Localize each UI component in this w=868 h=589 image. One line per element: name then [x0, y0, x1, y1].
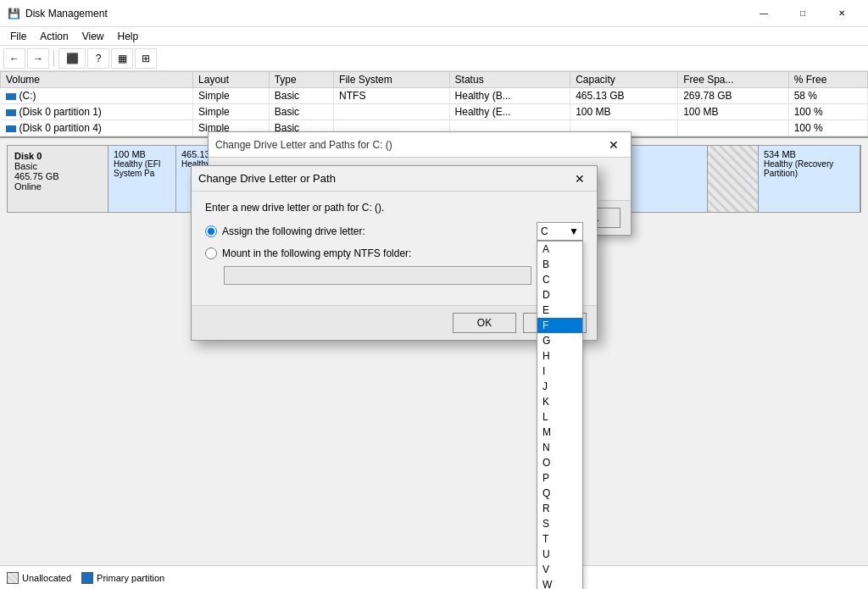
drive-option-l[interactable]: L [537, 409, 582, 425]
cell-volume: (Disk 0 partition 4) [1, 120, 193, 136]
drive-option-o[interactable]: O [537, 455, 582, 470]
help-button[interactable]: ? [87, 48, 109, 69]
minimize-button[interactable]: — [744, 0, 783, 27]
col-pctfree: % Free [788, 72, 867, 88]
radio-group: Assign the following drive letter: C ▼ A… [205, 222, 583, 286]
drive-letter-select-wrapper: C ▼ A B C D E F G H I J K [537, 222, 583, 241]
inner-dialog-description: Enter a new drive letter or path for C: … [205, 202, 583, 214]
drive-option-c[interactable]: C [537, 272, 582, 287]
col-filesystem: File System [334, 72, 450, 88]
drive-dropdown[interactable]: A B C D E F G H I J K L M N O [537, 241, 583, 589]
close-button[interactable]: ✕ [822, 0, 861, 27]
toolbar-btn-3[interactable]: ▦ [111, 48, 133, 69]
folder-path-input[interactable] [224, 266, 531, 285]
partition-unallocated [708, 146, 759, 212]
cell-pct: 100 % [788, 120, 867, 136]
inner-ok-button[interactable]: OK [453, 313, 516, 333]
cell-fs: NTFS [334, 88, 450, 104]
table-row[interactable]: (C:) Simple Basic NTFS Healthy (B... 465… [1, 88, 868, 104]
col-capacity: Capacity [570, 72, 678, 88]
cell-type: Basic [269, 104, 333, 120]
title-bar: 💾 Disk Management — □ ✕ [0, 0, 868, 27]
chevron-down-icon: ▼ [569, 225, 579, 237]
back-button[interactable]: ← [3, 48, 25, 69]
drive-option-b[interactable]: B [537, 257, 582, 272]
maximize-button[interactable]: □ [783, 0, 822, 27]
app-icon: 💾 [7, 7, 20, 20]
drive-option-r[interactable]: R [537, 501, 582, 516]
legend-label-unallocated: Unallocated [22, 573, 71, 583]
drive-option-q[interactable]: Q [537, 486, 582, 501]
drive-option-w[interactable]: W [537, 577, 582, 589]
partition-recovery[interactable]: 534 MB Healthy (Recovery Partition) [759, 146, 860, 212]
drive-option-k[interactable]: K [537, 394, 582, 409]
disk-status: Online [14, 181, 101, 192]
disk-name: Disk 0 [14, 151, 101, 161]
drive-option-m[interactable]: M [537, 425, 582, 440]
drive-option-t[interactable]: T [537, 531, 582, 547]
outer-dialog-titlebar: Change Drive Letter and Paths for C: () … [209, 132, 631, 158]
drive-option-f[interactable]: F [537, 318, 582, 333]
outer-dialog-title: Change Drive Letter and Paths for C: () [215, 139, 604, 151]
menu-action[interactable]: Action [33, 29, 75, 44]
inner-dialog-title: Change Drive Letter or Path [198, 172, 570, 185]
cell-volume: (C:) [1, 88, 193, 104]
drive-option-n[interactable]: N [537, 440, 582, 455]
cell-volume: (Disk 0 partition 1) [1, 104, 193, 120]
drive-option-d[interactable]: D [537, 287, 582, 303]
inner-dialog-close[interactable]: ✕ [570, 169, 590, 188]
cell-layout: Simple [193, 104, 270, 120]
drive-option-h[interactable]: H [537, 348, 582, 364]
radio-assign-letter[interactable] [205, 225, 217, 237]
legend-unallocated: Unallocated [7, 572, 71, 584]
cell-status: Healthy (B... [449, 88, 570, 104]
partition-efi-label: Healthy (EFI System Pa [114, 159, 170, 178]
toolbar: ← → ⬛ ? ▦ ⊞ [0, 46, 868, 71]
outer-dialog-close[interactable]: ✕ [604, 136, 624, 154]
menu-view[interactable]: View [75, 29, 111, 44]
menu-bar: File Action View Help [0, 27, 868, 46]
legend-bar: Unallocated Primary partition [0, 565, 868, 589]
col-status: Status [449, 72, 570, 88]
toolbar-separator [53, 50, 54, 67]
path-input-row: Bro... [224, 266, 583, 286]
app-title: Disk Management [25, 8, 744, 19]
drive-option-v[interactable]: V [537, 562, 582, 577]
drive-option-i[interactable]: I [537, 364, 582, 379]
table-row[interactable]: (Disk 0 partition 1) Simple Basic Health… [1, 104, 868, 120]
disk-type: Basic [14, 161, 101, 171]
cell-pct: 58 % [788, 88, 867, 104]
drive-letter-current: C [541, 225, 548, 237]
radio-mount-folder[interactable] [205, 247, 217, 259]
toolbar-btn-1[interactable]: ⬛ [58, 48, 86, 69]
drive-option-s[interactable]: S [537, 516, 582, 531]
col-type: Type [269, 72, 333, 88]
cell-free [678, 120, 789, 136]
disk-label: Disk 0 Basic 465.75 GB Online [7, 145, 108, 213]
radio-row-letter: Assign the following drive letter: C ▼ A… [205, 222, 583, 241]
drive-letter-display[interactable]: C ▼ [537, 222, 583, 241]
drive-option-a[interactable]: A [537, 242, 582, 257]
legend-box-unallocated [7, 572, 19, 584]
menu-help[interactable]: Help [111, 29, 146, 44]
col-volume: Volume [1, 72, 193, 88]
legend-label-primary: Primary partition [97, 573, 164, 583]
forward-button[interactable]: → [27, 48, 49, 69]
cell-type: Basic [269, 88, 333, 104]
cell-free: 100 MB [678, 104, 789, 120]
partition-efi[interactable]: 100 MB Healthy (EFI System Pa [108, 146, 176, 212]
legend-primary: Primary partition [81, 572, 164, 584]
window-controls: — □ ✕ [744, 0, 861, 27]
toolbar-btn-4[interactable]: ⊞ [135, 48, 157, 69]
radio-row-folder: Mount in the following empty NTFS folder… [205, 247, 583, 259]
drive-option-u[interactable]: U [537, 547, 582, 562]
drive-option-j[interactable]: J [537, 379, 582, 394]
partition-efi-size: 100 MB [114, 149, 170, 159]
col-freespace: Free Spa... [678, 72, 789, 88]
menu-file[interactable]: File [3, 29, 33, 44]
drive-option-g[interactable]: G [537, 333, 582, 348]
cell-capacity: 465.13 GB [570, 88, 678, 104]
drive-option-e[interactable]: E [537, 303, 582, 318]
drive-option-p[interactable]: P [537, 470, 582, 486]
cell-capacity: 100 MB [570, 104, 678, 120]
